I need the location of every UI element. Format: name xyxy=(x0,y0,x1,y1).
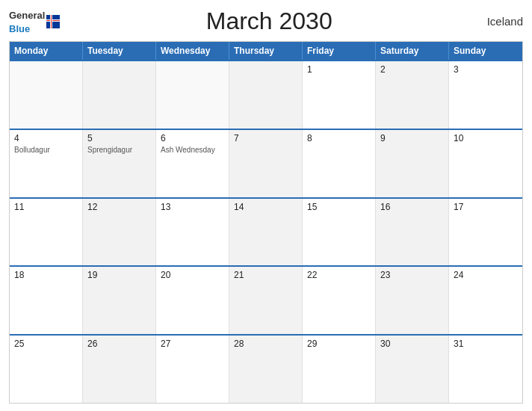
calendar-page: General Blue March 2030 Iceland Monday T… xyxy=(0,0,532,411)
logo-flag-icon xyxy=(46,15,60,28)
cal-cell: 11 xyxy=(10,199,83,266)
svg-rect-4 xyxy=(51,15,52,28)
cal-cell: 6 Ash Wednesday xyxy=(156,130,229,197)
cal-cell: 25 xyxy=(10,336,83,403)
cal-cell: 20 xyxy=(156,267,229,334)
cal-cell xyxy=(10,61,83,129)
header-friday: Friday xyxy=(303,42,376,60)
calendar-title: March 2030 xyxy=(60,7,478,35)
cal-cell: 4 Bolludagur xyxy=(10,130,83,197)
cal-cell: 3 xyxy=(449,61,522,129)
cal-cell: 28 xyxy=(229,336,303,403)
week-row-1: 1 2 3 xyxy=(10,60,522,129)
page-header: General Blue March 2030 Iceland xyxy=(9,7,523,35)
cal-cell: 19 xyxy=(83,267,156,334)
cal-cell: 15 xyxy=(303,199,376,266)
logo-general: General xyxy=(9,10,45,21)
cal-cell: 23 xyxy=(376,267,449,334)
cal-cell: 30 xyxy=(376,336,449,403)
cal-cell xyxy=(229,61,303,129)
cal-cell xyxy=(83,61,156,129)
cal-cell: 5 Sprengidagur xyxy=(83,130,156,197)
cal-cell: 17 xyxy=(449,199,522,266)
calendar-grid: Monday Tuesday Wednesday Thursday Friday… xyxy=(9,41,523,404)
header-sunday: Sunday xyxy=(449,42,522,60)
week-row-2: 4 Bolludagur 5 Sprengidagur 6 Ash Wednes… xyxy=(10,129,522,197)
cal-cell xyxy=(156,61,229,129)
logo-block: General Blue xyxy=(9,8,45,35)
cal-cell: 26 xyxy=(83,336,156,403)
calendar-body: 1 2 3 4 Bolludagur 5 Sprengidagur xyxy=(10,60,522,403)
week-row-5: 25 26 27 28 29 30 31 xyxy=(10,334,522,403)
cal-cell: 16 xyxy=(376,199,449,266)
cal-cell: 9 xyxy=(376,130,449,197)
header-thursday: Thursday xyxy=(229,42,303,60)
cal-cell: 14 xyxy=(229,199,303,266)
cal-cell: 8 xyxy=(303,130,376,197)
week-row-4: 18 19 20 21 22 23 24 xyxy=(10,265,522,334)
cal-cell: 27 xyxy=(156,336,229,403)
cal-cell: 22 xyxy=(303,267,376,334)
cal-cell: 2 xyxy=(376,61,449,129)
cal-cell: 12 xyxy=(83,199,156,266)
cal-cell: 31 xyxy=(449,336,522,403)
header-saturday: Saturday xyxy=(376,42,449,60)
cal-cell: 1 xyxy=(303,61,376,129)
svg-rect-2 xyxy=(46,20,60,21)
cal-cell: 7 xyxy=(229,130,303,197)
header-monday: Monday xyxy=(10,42,83,60)
logo-blue: Blue xyxy=(9,23,30,34)
week-row-3: 11 12 13 14 15 16 17 xyxy=(10,197,522,266)
cal-cell: 10 xyxy=(449,130,522,197)
cal-cell: 13 xyxy=(156,199,229,266)
weekday-header-row: Monday Tuesday Wednesday Thursday Friday… xyxy=(10,42,522,60)
cal-cell: 29 xyxy=(303,336,376,403)
cal-cell: 24 xyxy=(449,267,522,334)
cal-cell: 18 xyxy=(10,267,83,334)
cal-cell: 21 xyxy=(229,267,303,334)
header-wednesday: Wednesday xyxy=(156,42,229,60)
header-tuesday: Tuesday xyxy=(83,42,156,60)
country-label: Iceland xyxy=(478,15,523,28)
logo: General Blue xyxy=(9,8,60,35)
